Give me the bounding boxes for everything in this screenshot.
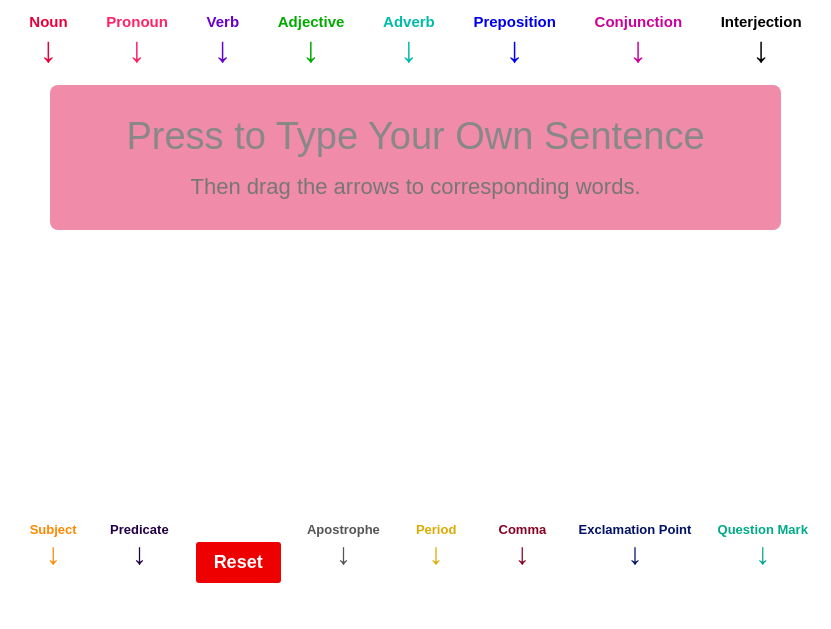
interjection-arrow: ↓ [752,32,770,68]
conjunction-label: Conjunction [595,13,682,30]
question-label: Question Mark [718,522,808,537]
sentence-sub-text: Then drag the arrows to corresponding wo… [90,174,741,200]
preposition-label: Preposition [473,13,556,30]
reset-button[interactable]: Reset [196,542,281,583]
pos-period[interactable]: Period ↓ [406,522,466,569]
exclamation-arrow: ↓ [627,539,642,569]
pos-apostrophe[interactable]: Apostrophe ↓ [307,522,380,569]
comma-label: Comma [499,522,547,537]
bottom-bar: Subject ↓ Predicate ↓ Reset Apostrophe ↓… [0,514,831,629]
pos-adverb[interactable]: Adverb ↓ [383,13,435,68]
pos-question[interactable]: Question Mark ↓ [718,522,808,569]
verb-arrow: ↓ [214,32,232,68]
question-arrow: ↓ [755,539,770,569]
exclamation-label: Exclamation Point [579,522,692,537]
preposition-arrow: ↓ [506,32,524,68]
reset-item: Reset [196,522,281,583]
adverb-label: Adverb [383,13,435,30]
sentence-box[interactable]: Press to Type Your Own Sentence Then dra… [50,85,781,230]
apostrophe-label: Apostrophe [307,522,380,537]
pos-subject[interactable]: Subject ↓ [23,522,83,569]
pos-pronoun[interactable]: Pronoun ↓ [106,13,168,68]
pos-adjective[interactable]: Adjective ↓ [278,13,345,68]
pos-comma[interactable]: Comma ↓ [492,522,552,569]
pos-conjunction[interactable]: Conjunction ↓ [595,13,682,68]
main-area: Press to Type Your Own Sentence Then dra… [0,75,831,240]
noun-arrow: ↓ [39,32,57,68]
apostrophe-arrow: ↓ [336,539,351,569]
pos-exclamation[interactable]: Exclamation Point ↓ [579,522,692,569]
adjective-arrow: ↓ [302,32,320,68]
period-label: Period [416,522,456,537]
pos-verb[interactable]: Verb ↓ [207,13,240,68]
adjective-label: Adjective [278,13,345,30]
pronoun-arrow: ↓ [128,32,146,68]
subject-arrow: ↓ [46,539,61,569]
top-bar: Noun ↓ Pronoun ↓ Verb ↓ Adjective ↓ Adve… [0,0,831,75]
pos-preposition[interactable]: Preposition ↓ [473,13,556,68]
subject-label: Subject [30,522,77,537]
pos-predicate[interactable]: Predicate ↓ [109,522,169,569]
pos-noun[interactable]: Noun ↓ [29,13,67,68]
sentence-main-text: Press to Type Your Own Sentence [90,115,741,158]
interjection-label: Interjection [721,13,802,30]
predicate-label: Predicate [110,522,169,537]
period-arrow: ↓ [429,539,444,569]
predicate-arrow: ↓ [132,539,147,569]
pos-interjection[interactable]: Interjection ↓ [721,13,802,68]
comma-arrow: ↓ [515,539,530,569]
pronoun-label: Pronoun [106,13,168,30]
verb-label: Verb [207,13,240,30]
adverb-arrow: ↓ [400,32,418,68]
conjunction-arrow: ↓ [629,32,647,68]
noun-label: Noun [29,13,67,30]
